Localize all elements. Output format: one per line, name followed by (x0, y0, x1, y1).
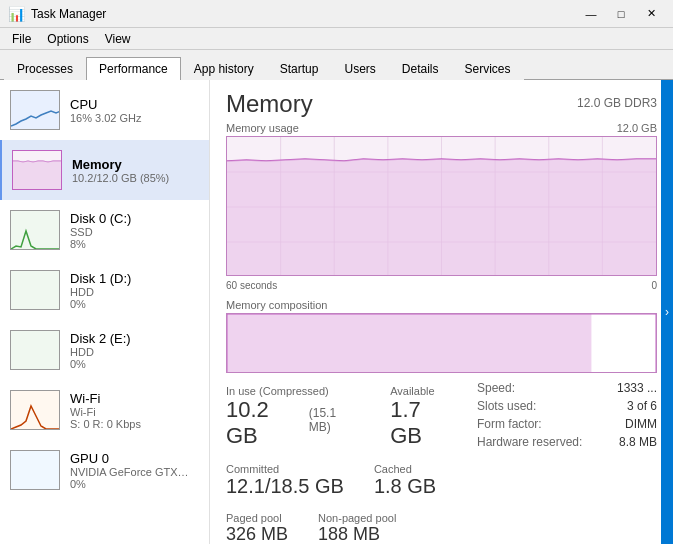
wifi-info: Wi-Fi Wi-Fi S: 0 R: 0 Kbps (70, 391, 141, 430)
sidebar-item-gpu0[interactable]: GPU 0 NVIDIA GeForce GTX 46... 0% (0, 440, 209, 500)
composition-section: Memory composition (226, 299, 657, 373)
sidebar-item-memory[interactable]: Memory 10.2/12.0 GB (85%) (0, 140, 209, 200)
tab-bar: Processes Performance App history Startu… (0, 50, 673, 80)
gpu0-title: GPU 0 (70, 451, 190, 466)
gpu0-mini-chart (10, 450, 60, 490)
memory-title: Memory (72, 157, 169, 172)
stat-available: Available 1.7 GB (390, 381, 457, 453)
sidebar-item-cpu[interactable]: CPU 16% 3.02 GHz (0, 80, 209, 140)
wifi-title: Wi-Fi (70, 391, 141, 406)
window-controls: — □ ✕ (577, 4, 665, 24)
disk0-mini-chart (10, 210, 60, 250)
disk2-mini-chart (10, 330, 60, 370)
disk0-subtitle: SSD (70, 226, 131, 238)
detail-title: Memory (226, 90, 313, 118)
stats-area: In use (Compressed) 10.2 GB (15.1 MB) Av… (226, 381, 657, 544)
stats-row2: Committed 12.1/18.5 GB Cached 1.8 GB (226, 459, 457, 502)
wifi-subtitle: Wi-Fi (70, 406, 141, 418)
close-button[interactable]: ✕ (637, 4, 665, 24)
svg-rect-15 (592, 314, 656, 373)
tab-startup[interactable]: Startup (267, 57, 332, 80)
cpu-title: CPU (70, 97, 142, 112)
slots-row: Slots used: 3 of 6 (477, 399, 657, 413)
disk0-info: Disk 0 (C:) SSD 8% (70, 211, 131, 250)
svg-rect-14 (227, 314, 592, 373)
disk1-mini-chart (10, 270, 60, 310)
stats-row3: Paged pool 326 MB Non-paged pool 188 MB (226, 508, 457, 544)
disk2-value: 0% (70, 358, 131, 370)
disk1-value: 0% (70, 298, 131, 310)
stat-paged-pool: Paged pool 326 MB (226, 508, 288, 544)
menu-view[interactable]: View (97, 30, 139, 48)
menu-bar: File Options View (0, 28, 673, 50)
hw-reserved-row: Hardware reserved: 8.8 MB (477, 435, 657, 449)
detail-header: Memory 12.0 GB DDR3 (226, 90, 657, 118)
usage-chart-section: Memory usage 12.0 GB (226, 122, 657, 291)
sidebar-item-disk0[interactable]: Disk 0 (C:) SSD 8% (0, 200, 209, 260)
memory-subtitle: 10.2/12.0 GB (85%) (72, 172, 169, 184)
composition-chart (226, 313, 657, 373)
stats-row1: In use (Compressed) 10.2 GB (15.1 MB) Av… (226, 381, 457, 453)
detail-panel: Memory 12.0 GB DDR3 Memory usage 12.0 GB (210, 80, 673, 544)
disk2-subtitle: HDD (70, 346, 131, 358)
left-stats: In use (Compressed) 10.2 GB (15.1 MB) Av… (226, 381, 457, 544)
tab-services[interactable]: Services (452, 57, 524, 80)
composition-label: Memory composition (226, 299, 657, 311)
tab-processes[interactable]: Processes (4, 57, 86, 80)
right-stats: Speed: 1333 ... Slots used: 3 of 6 Form … (477, 381, 657, 544)
app-title: Task Manager (31, 7, 106, 21)
disk0-title: Disk 0 (C:) (70, 211, 131, 226)
chart-time-label: 60 seconds 0 (226, 280, 657, 291)
main-content: CPU 16% 3.02 GHz Memory 10.2/12.0 GB (85… (0, 80, 673, 544)
memory-mini-chart (12, 150, 62, 190)
disk1-info: Disk 1 (D:) HDD 0% (70, 271, 131, 310)
sidebar-item-disk1[interactable]: Disk 1 (D:) HDD 0% (0, 260, 209, 320)
menu-options[interactable]: Options (39, 30, 96, 48)
detail-subtitle: 12.0 GB DDR3 (577, 96, 657, 110)
gpu0-subtitle: NVIDIA GeForce GTX 46... (70, 466, 190, 478)
stat-in-use: In use (Compressed) 10.2 GB (15.1 MB) (226, 381, 360, 453)
app-icon: 📊 (8, 6, 25, 22)
disk1-subtitle: HDD (70, 286, 131, 298)
gpu0-info: GPU 0 NVIDIA GeForce GTX 46... 0% (70, 451, 190, 490)
cpu-mini-chart (10, 90, 60, 130)
disk2-title: Disk 2 (E:) (70, 331, 131, 346)
cpu-subtitle: 16% 3.02 GHz (70, 112, 142, 124)
speed-row: Speed: 1333 ... (477, 381, 657, 395)
form-factor-row: Form factor: DIMM (477, 417, 657, 431)
disk0-value: 8% (70, 238, 131, 250)
stat-committed: Committed 12.1/18.5 GB (226, 459, 344, 502)
stat-cached: Cached 1.8 GB (374, 459, 436, 502)
disk1-title: Disk 1 (D:) (70, 271, 131, 286)
minimize-button[interactable]: — (577, 4, 605, 24)
cpu-info: CPU 16% 3.02 GHz (70, 97, 142, 124)
gpu0-value: 0% (70, 478, 190, 490)
tab-details[interactable]: Details (389, 57, 452, 80)
svg-rect-1 (13, 161, 62, 190)
svg-marker-13 (227, 159, 656, 276)
wifi-mini-chart (10, 390, 60, 430)
wifi-value: S: 0 R: 0 Kbps (70, 418, 141, 430)
sidebar-item-wifi[interactable]: Wi-Fi Wi-Fi S: 0 R: 0 Kbps (0, 380, 209, 440)
disk2-info: Disk 2 (E:) HDD 0% (70, 331, 131, 370)
scroll-indicator[interactable]: › (661, 80, 673, 544)
menu-file[interactable]: File (4, 30, 39, 48)
sidebar: CPU 16% 3.02 GHz Memory 10.2/12.0 GB (85… (0, 80, 210, 544)
title-bar: 📊 Task Manager — □ ✕ (0, 0, 673, 28)
stat-nonpaged-pool: Non-paged pool 188 MB (318, 508, 396, 544)
memory-info: Memory 10.2/12.0 GB (85%) (72, 157, 169, 184)
tab-performance[interactable]: Performance (86, 57, 181, 80)
sidebar-item-disk2[interactable]: Disk 2 (E:) HDD 0% (0, 320, 209, 380)
tab-users[interactable]: Users (331, 57, 388, 80)
usage-chart (226, 136, 657, 276)
maximize-button[interactable]: □ (607, 4, 635, 24)
usage-chart-label: Memory usage 12.0 GB (226, 122, 657, 134)
tab-app-history[interactable]: App history (181, 57, 267, 80)
